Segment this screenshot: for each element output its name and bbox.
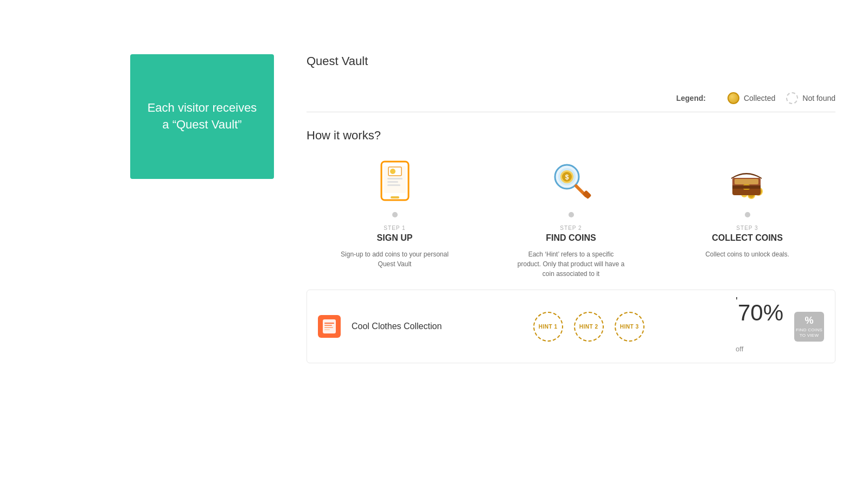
- svg-rect-5: [387, 181, 398, 183]
- find-coins-box[interactable]: % FIND COINS TO VIEW: [794, 312, 824, 342]
- legend-bar: Legend: Collected Not found: [307, 85, 835, 112]
- step-2-title: FIND COINS: [546, 233, 596, 243]
- svg-rect-28: [324, 325, 332, 326]
- not-found-coin-icon: [786, 92, 798, 104]
- step-3-icon-area: [726, 159, 769, 202]
- how-it-works-title: How it works?: [307, 129, 835, 143]
- hint-2-badge[interactable]: HINT 2: [574, 312, 604, 342]
- legend-collected: Collected: [727, 92, 775, 104]
- deal-prefix: ': [736, 295, 738, 307]
- hints-area: HINT 1 HINT 2 HINT 3: [452, 312, 725, 342]
- collection-icon: [318, 315, 341, 338]
- deal-area: '70% off % FIND COINS TO VIEW: [736, 300, 824, 353]
- collection-row: Cool Clothes Collection HINT 1 HINT 2 HI…: [307, 290, 835, 363]
- deal-percent: '70% off: [736, 300, 783, 353]
- step-1-desc: Sign-up to add coins to your personal Qu…: [341, 249, 449, 269]
- hint-3-badge[interactable]: HINT 3: [615, 312, 644, 342]
- step-3-dot: [745, 212, 750, 217]
- svg-rect-7: [391, 196, 399, 198]
- collected-coin-icon: [727, 92, 739, 104]
- svg-rect-27: [324, 323, 334, 324]
- phone-icon: [379, 160, 411, 201]
- collection-name: Cool Clothes Collection: [352, 322, 442, 331]
- svg-rect-24: [732, 185, 761, 189]
- find-coins-label: FIND COINS TO VIEW: [794, 328, 824, 338]
- collected-label: Collected: [744, 94, 775, 102]
- step-3-title: COLLECT COINS: [712, 233, 783, 243]
- collection-product-icon: [321, 318, 337, 335]
- percent-icon: %: [805, 315, 813, 326]
- svg-rect-4: [387, 178, 403, 179]
- green-panel: Each visitor receives a “Quest Vault”: [130, 54, 274, 179]
- not-found-label: Not found: [802, 94, 835, 102]
- treasure-icon: [727, 162, 768, 200]
- step-2-dot: [569, 212, 574, 217]
- svg-rect-26: [323, 319, 336, 333]
- step-1: STEP 1 SIGN UP Sign-up to add coins to y…: [307, 159, 483, 269]
- step-2-number: STEP 2: [560, 225, 582, 231]
- legend-not-found: Not found: [786, 92, 835, 104]
- step-2: $ STEP 2 FIND COINS Each ‘Hint’ refers t…: [483, 159, 659, 279]
- step-1-icon-area: [373, 159, 417, 202]
- green-panel-text: Each visitor receives a “Quest Vault”: [146, 100, 258, 133]
- steps-container: STEP 1 SIGN UP Sign-up to add coins to y…: [307, 159, 835, 279]
- svg-rect-6: [387, 184, 400, 186]
- svg-text:$: $: [565, 174, 569, 181]
- hint-1-badge[interactable]: HINT 1: [533, 312, 563, 342]
- magnifier-icon: $: [551, 160, 591, 201]
- step-3-desc: Collect coins to unlock deals.: [705, 249, 789, 259]
- step-3-number: STEP 3: [736, 225, 758, 231]
- svg-rect-30: [324, 329, 330, 330]
- deal-suffix: off: [736, 345, 743, 353]
- svg-point-3: [390, 169, 395, 174]
- step-2-icon-area: $: [550, 159, 593, 202]
- step-1-dot: [392, 212, 398, 217]
- step-1-number: STEP 1: [384, 225, 405, 231]
- step-2-desc: Each ‘Hint’ refers to a specific product…: [517, 249, 626, 279]
- main-content: Quest Vault Legend: Collected Not found …: [274, 54, 868, 363]
- svg-rect-25: [735, 179, 758, 184]
- legend-label: Legend:: [676, 94, 705, 102]
- step-3: STEP 3 COLLECT COINS Collect coins to un…: [659, 159, 835, 259]
- step-1-title: SIGN UP: [377, 233, 413, 243]
- svg-rect-29: [324, 327, 333, 328]
- page-title: Quest Vault: [307, 54, 835, 68]
